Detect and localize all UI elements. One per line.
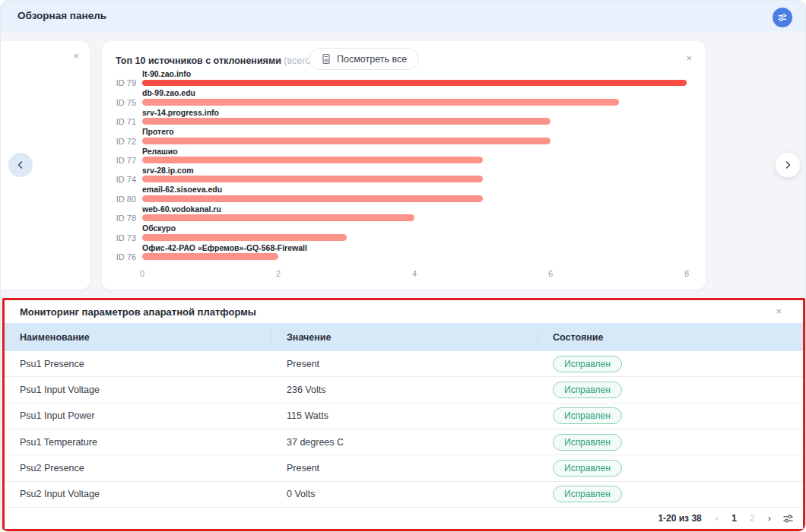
chart-row: ID 73Обскуро — [116, 223, 687, 242]
bar[interactable] — [142, 138, 551, 144]
bar[interactable] — [142, 234, 347, 241]
chart-bar-group: Протего — [142, 127, 687, 146]
chart-bar-group: web-60.vodokanal.ru — [142, 204, 687, 223]
status-badge: Исправлен — [553, 460, 622, 477]
bar-source-label: srv-28.ip.com — [142, 166, 687, 175]
chart-category-label: ID 80 — [116, 195, 142, 204]
chart-row: ID 80email-62.sisoeva.edu — [116, 185, 687, 204]
cell-value: 236 Volts — [271, 385, 538, 395]
document-eye-icon — [321, 53, 332, 65]
pagination-next-button[interactable]: › — [766, 512, 773, 524]
chart-category-label: ID 75 — [116, 98, 142, 108]
bar-source-label: email-62.sisoeva.edu — [142, 185, 687, 194]
cell-status: Исправлен — [538, 407, 803, 424]
chart-bar-group: email-62.sisoeva.edu — [142, 185, 687, 204]
chart-category-label: ID 74 — [116, 175, 142, 185]
chart-row: ID 72Протего — [116, 127, 687, 146]
pagination-page-2[interactable]: 2 — [748, 512, 757, 524]
cell-value: Present — [271, 463, 538, 473]
chart-category-label: ID 78 — [116, 214, 142, 223]
chart-row: ID 77Релашио — [116, 147, 687, 166]
chart-x-axis: 02468 — [142, 269, 687, 280]
bar[interactable] — [142, 80, 687, 87]
bar[interactable] — [142, 176, 483, 182]
chart-row: ID 74srv-28.ip.com — [116, 166, 687, 185]
page-title: Обзорная панель — [17, 1, 106, 31]
chart-bar-group: db-99.zao.edu — [142, 88, 687, 107]
bar-source-label: db-99.zao.edu — [142, 88, 687, 97]
filters-button[interactable] — [773, 8, 792, 27]
bar[interactable] — [142, 253, 278, 260]
chart-category-label: ID 71 — [116, 117, 142, 127]
chart-category-label: ID 72 — [116, 137, 142, 147]
chart-row: ID 76Офис-42-РАО «Ефремов»-GQ-568-Firewa… — [116, 243, 687, 262]
cell-status: Исправлен — [538, 356, 803, 372]
cell-value: Present — [271, 359, 538, 369]
x-axis-tick: 4 — [412, 269, 417, 278]
cell-name: Psu2 Presence — [5, 463, 271, 473]
table-title: Мониторинг параметров апаратной платформ… — [20, 306, 256, 318]
chart-bar-group: Обскуро — [142, 223, 687, 242]
close-icon[interactable]: × — [73, 51, 79, 61]
chart-bar-group: Релашио — [142, 147, 687, 166]
view-all-button[interactable]: Посмотреть все — [309, 48, 419, 70]
status-badge: Исправлен — [553, 356, 622, 372]
bar[interactable] — [142, 118, 551, 125]
carousel-next-button[interactable] — [775, 152, 801, 178]
bar-source-label: Офис-42-РАО «Ефремов»-GQ-568-Firewall — [142, 243, 687, 252]
dashboard-screen: Обзорная панель × Топ 10 источников с от… — [0, 0, 806, 532]
cell-value: 0 Volts — [271, 489, 538, 499]
table-row: Psu1 Input Voltage236 VoltsИсправлен — [5, 377, 803, 403]
carousel-prev-button[interactable] — [8, 153, 33, 177]
cell-name: Psu1 Input Power — [5, 410, 271, 421]
table-row: Psu1 PresencePresentИсправлен — [5, 351, 803, 377]
pagination-pages: 12 — [730, 512, 757, 524]
sliders-icon — [782, 513, 794, 524]
table-header-row: Наименование Значение Состояние — [5, 323, 803, 351]
table-row: Psu2 PresencePresentИсправлен — [5, 455, 803, 481]
chart-bar-group: srv-28.ip.com — [142, 166, 687, 185]
chart-row: ID 78web-60.vodokanal.ru — [116, 204, 687, 223]
bar-source-label: web-60.vodokanal.ru — [142, 204, 687, 214]
table-settings-button[interactable] — [782, 513, 794, 524]
status-badge: Исправлен — [553, 382, 622, 398]
x-axis-tick: 2 — [276, 269, 281, 278]
pagination-page-1[interactable]: 1 — [730, 512, 738, 524]
chart-category-label: ID 76 — [116, 252, 142, 262]
chart-bar-group: Офис-42-РАО «Ефремов»-GQ-568-Firewall — [142, 243, 687, 262]
table-row: Psu1 Input Power115 WattsИсправлен — [5, 404, 803, 429]
bar[interactable] — [142, 99, 619, 106]
chevron-right-icon — [783, 160, 792, 169]
status-badge: Исправлен — [553, 486, 622, 502]
bar[interactable] — [142, 157, 483, 163]
x-axis-tick: 8 — [684, 269, 689, 278]
pagination-range-label: 1-20 из 38 — [658, 513, 701, 524]
top-bar: Обзорная панель — [1, 1, 805, 31]
status-badge: Исправлен — [553, 434, 622, 451]
cell-status: Исправлен — [538, 486, 803, 502]
bar[interactable] — [142, 195, 483, 202]
top-sources-chart-card: Топ 10 источников с отклонениями (всего … — [102, 41, 706, 290]
cell-value: 115 Watts — [271, 410, 538, 421]
column-header-status: Состояние — [538, 323, 803, 351]
close-icon[interactable]: × — [776, 306, 782, 316]
bar-source-label: Релашио — [142, 147, 687, 156]
chart-row: ID 79lt-90.zao.info — [116, 69, 687, 88]
chart-row: ID 75db-99.zao.edu — [116, 88, 687, 107]
chart-category-label: ID 77 — [116, 156, 142, 166]
view-all-label: Посмотреть все — [337, 54, 407, 65]
bar[interactable] — [142, 214, 414, 221]
chart-bar-group: lt-90.zao.info — [142, 69, 687, 88]
cell-name: Psu2 Input Voltage — [5, 489, 271, 499]
status-badge: Исправлен — [553, 407, 622, 424]
column-header-value: Значение — [271, 323, 538, 351]
chart-category-label: ID 79 — [116, 78, 142, 88]
table-row: Psu2 Input Voltage0 VoltsИсправлен — [5, 482, 803, 508]
pagination-prev-button[interactable]: ‹ — [714, 512, 720, 524]
chart-bar-group: srv-14.progress.info — [142, 108, 687, 127]
bar-source-label: srv-14.progress.info — [142, 108, 687, 117]
cell-name: Psu1 Presence — [5, 359, 271, 369]
table-footer: 1-20 из 38 ‹ 12 › — [5, 508, 803, 529]
close-icon[interactable]: × — [686, 53, 692, 63]
column-header-name: Наименование — [5, 323, 271, 351]
